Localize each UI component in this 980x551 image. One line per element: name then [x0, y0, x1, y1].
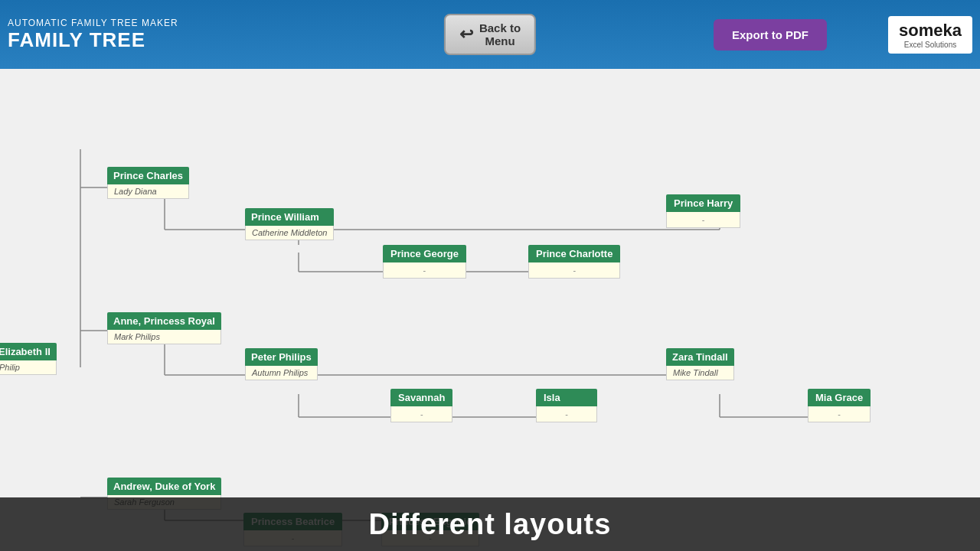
overlay-banner: Different layouts: [0, 497, 980, 551]
header-titles: AUTOMATIC FAMILY TREE MAKER FAMILY TREE: [8, 18, 178, 52]
node-anne: Anne, Princess Royal Mark Philips: [107, 312, 221, 344]
node-george: Prince George -: [383, 245, 466, 279]
node-savannah: Savannah -: [390, 389, 452, 422]
logo-area: someka Excel Solutions: [888, 16, 972, 54]
isla-sub: -: [536, 406, 597, 422]
charles-name: Prince Charles: [107, 167, 189, 184]
charlotte-name: Prince Charlotte: [528, 245, 620, 262]
back-arrow-icon: ↩: [459, 24, 473, 44]
william-name: Prince William: [245, 208, 334, 226]
harry-name: Prince Harry: [666, 194, 740, 212]
node-zara: Zara Tindall Mike Tindall: [666, 348, 734, 380]
tree-area: Elizabeth II Philip Prince Charles Lady …: [0, 69, 980, 551]
node-harry: Prince Harry -: [666, 194, 740, 228]
node-elizabeth: Elizabeth II Philip: [0, 343, 57, 375]
app-subtitle: AUTOMATIC FAMILY TREE MAKER: [8, 18, 178, 28]
logo-name: someka: [899, 21, 962, 41]
mia-sub: -: [808, 406, 871, 422]
back-label: Back toMenu: [479, 21, 521, 47]
william-partner: Catherine Middleton: [245, 226, 334, 240]
zara-name: Zara Tindall: [666, 348, 734, 366]
node-william: Prince William Catherine Middleton: [245, 208, 334, 240]
charlotte-sub: -: [528, 262, 620, 279]
elizabeth-partner: Philip: [0, 360, 57, 375]
anne-partner: Mark Philips: [107, 330, 221, 344]
anne-name: Anne, Princess Royal: [107, 312, 221, 330]
node-charles: Prince Charles Lady Diana: [107, 167, 189, 199]
george-sub: -: [383, 262, 466, 279]
andrew-name: Andrew, Duke of York: [107, 478, 221, 495]
peter-name: Peter Philips: [245, 348, 318, 366]
logo-sub: Excel Solutions: [904, 41, 956, 49]
zara-partner: Mike Tindall: [666, 366, 734, 380]
elizabeth-name: Elizabeth II: [0, 343, 57, 360]
peter-partner: Autumn Philips: [245, 366, 318, 380]
george-name: Prince George: [383, 245, 466, 262]
isla-name: Isla: [536, 389, 597, 406]
node-mia: Mia Grace -: [808, 389, 871, 422]
node-peter: Peter Philips Autumn Philips: [245, 348, 318, 380]
export-label: Export to PDF: [732, 28, 808, 41]
export-pdf-button[interactable]: Export to PDF: [714, 19, 827, 51]
header: AUTOMATIC FAMILY TREE MAKER FAMILY TREE …: [0, 0, 980, 69]
savannah-sub: -: [390, 406, 452, 422]
node-charlotte: Prince Charlotte -: [528, 245, 620, 279]
charles-partner: Lady Diana: [107, 184, 189, 199]
savannah-name: Savannah: [390, 389, 452, 406]
mia-name: Mia Grace: [808, 389, 871, 406]
overlay-text: Different layouts: [369, 508, 612, 541]
app-title: FAMILY TREE: [8, 28, 178, 52]
back-to-menu-button[interactable]: ↩ Back toMenu: [444, 14, 536, 55]
harry-sub: -: [666, 212, 740, 228]
node-isla: Isla -: [536, 389, 597, 422]
